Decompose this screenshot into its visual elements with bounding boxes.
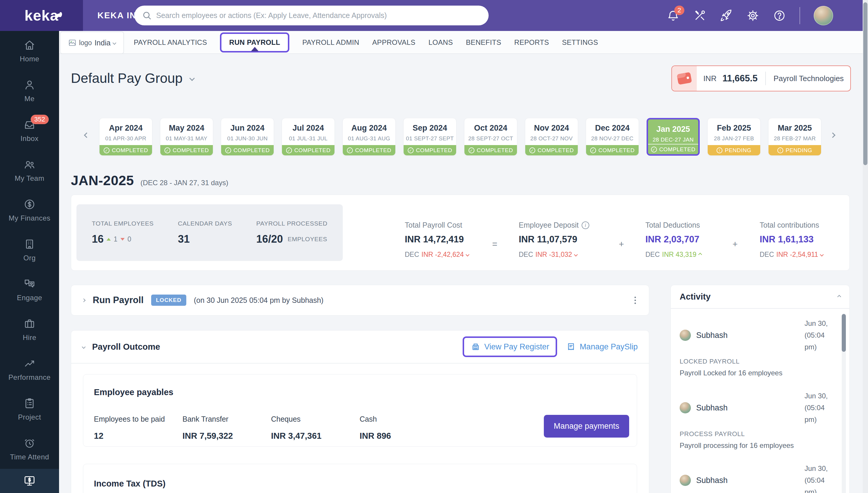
tab-loans[interactable]: LOANS — [428, 38, 453, 47]
status-badge: ✓COMPLETED — [160, 145, 213, 155]
kebab-menu-icon[interactable] — [633, 295, 638, 306]
manage-payslip-button[interactable]: Manage PaySlip — [566, 342, 638, 352]
tab-settings[interactable]: SETTINGS — [562, 38, 598, 47]
sidebar-item-home[interactable]: Home — [0, 31, 59, 71]
time-attend-icon — [23, 437, 36, 449]
wallet-icon — [677, 72, 692, 85]
tab-run-payroll[interactable]: RUN PAYROLL — [220, 33, 289, 52]
month-card-mar-2025[interactable]: Mar 202528 FEB-27 MAR !PENDING — [768, 118, 821, 156]
page-scrollbar[interactable] — [863, 0, 868, 493]
global-search[interactable] — [134, 6, 489, 25]
check-circle-icon: ✓ — [590, 147, 596, 153]
sidebar-item-me[interactable]: Me — [0, 71, 59, 111]
month-card-jun-2024[interactable]: Jun 202401 JUN-30 JUN ✓COMPLETED — [221, 118, 274, 156]
sidebar-item-my-finances[interactable]: My Finances — [0, 190, 59, 230]
month-card-sep-2024[interactable]: Sep 202401 SEPT-27 SEPT ✓COMPLETED — [403, 118, 457, 156]
chevron-down-icon — [466, 253, 469, 257]
payroll-outcome-header[interactable]: Payroll Outcome View Pay Register Manage… — [71, 330, 649, 364]
user-avatar[interactable] — [814, 6, 833, 25]
tab-payroll-admin[interactable]: PAYROLL ADMIN — [302, 38, 359, 47]
carousel-prev-button[interactable] — [84, 132, 89, 138]
sidebar-item-time-attend[interactable]: Time Attend — [0, 429, 59, 469]
settings-button[interactable] — [746, 9, 759, 22]
dec-comparison[interactable]: DEC INR -2,42,624 — [405, 251, 469, 259]
notifications-button[interactable]: 2 — [667, 9, 680, 22]
rocket-icon — [720, 9, 733, 22]
month-card-jul-2024[interactable]: Jul 202401 JUL-31 JUL ✓COMPLETED — [282, 118, 335, 156]
tab-payroll-analytics[interactable]: PAYROLL ANALYTICS — [134, 38, 207, 47]
run-payroll-section[interactable]: Run Payroll LOCKED (on 30 Jun 2025 05:04… — [71, 285, 649, 316]
activity-timestamp: Jun 30, (05:04 pm) — [805, 463, 836, 493]
check-circle-icon: ✓ — [164, 147, 170, 153]
alert-circle-icon: ! — [716, 147, 723, 153]
check-circle-icon: ✓ — [347, 147, 353, 153]
manage-payments-button[interactable]: Manage payments — [544, 415, 629, 437]
chevron-down-icon — [113, 41, 116, 45]
month-card-dec-2024[interactable]: Dec 202428 NOV-27 DEC ✓COMPLETED — [586, 118, 639, 156]
wallet-amount: 11,665.5 — [723, 73, 758, 84]
status-badge: ✓COMPLETED — [343, 145, 395, 155]
view-pay-register-button[interactable]: View Pay Register — [471, 342, 549, 352]
sidebar-item-inbox[interactable]: Inbox 352 — [0, 111, 59, 150]
help-icon — [773, 9, 786, 22]
sidebar-item-project[interactable]: Project — [0, 389, 59, 429]
activity-entry: Subhash Jun 30, (05:04 pm) PROCESS PAYRO… — [680, 390, 836, 450]
page-title: Default Pay Group — [71, 70, 182, 86]
wallet-balance-card[interactable]: INR 11,665.5 Payroll Technologies — [671, 65, 851, 91]
sidebar-item-hire[interactable]: Hire — [0, 309, 59, 349]
tab-approvals[interactable]: APPROVALS — [372, 38, 416, 47]
activity-timestamp: Jun 30, (05:04 pm) — [805, 318, 836, 353]
month-card-apr-2024[interactable]: Apr 202401 APR-30 APR ✓COMPLETED — [99, 118, 152, 156]
sidebar-item-org[interactable]: Org — [0, 230, 59, 270]
info-icon[interactable]: i — [582, 221, 589, 229]
chevron-down-icon — [82, 345, 86, 349]
carousel-next-button[interactable] — [830, 132, 835, 138]
tab-benefits[interactable]: BENEFITS — [466, 38, 501, 47]
payroll-summary-card: TOTAL EMPLOYEES 16 1 0 CALENDAR DAYS 31 … — [71, 195, 850, 271]
total-deductions-value: INR 2,03,707 — [645, 234, 702, 245]
sidebar-item-payroll[interactable] — [0, 469, 59, 493]
month-card-nov-2024[interactable]: Nov 202428 OCT-27 NOV ✓COMPLETED — [525, 118, 578, 156]
user-icon — [23, 79, 36, 91]
search-input[interactable] — [156, 11, 481, 20]
activity-scrollbar[interactable] — [842, 314, 846, 493]
chevron-down-icon — [574, 253, 578, 257]
caret-up-icon — [106, 238, 111, 241]
launch-button[interactable] — [720, 9, 733, 22]
dec-comparison[interactable]: DEC INR -31,032 — [519, 251, 589, 259]
month-card-oct-2024[interactable]: Oct 202428 SEPT-27 OCT ✓COMPLETED — [464, 118, 517, 156]
dec-comparison[interactable]: DEC INR -2,54,911 — [760, 251, 823, 259]
stat-total-payroll-cost: Total Payroll Cost INR 14,72,419 DEC INR… — [405, 221, 469, 259]
month-card-aug-2024[interactable]: Aug 202401 AUG-31 AUG ✓COMPLETED — [342, 118, 396, 156]
keka-logo[interactable]: keka — [0, 0, 83, 31]
performance-icon — [23, 357, 36, 370]
wallet-currency: INR — [703, 74, 716, 83]
exited-count: 0 — [127, 235, 132, 243]
month-card-feb-2025[interactable]: Feb 202528 JAN-27 FEB !PENDING — [707, 118, 761, 156]
activity-header[interactable]: Activity — [671, 285, 849, 309]
chevron-up-icon — [837, 295, 841, 299]
calendar-days-value: 31 — [178, 233, 189, 245]
pay-group-selector[interactable]: Default Pay Group — [71, 70, 194, 86]
sidebar-item-my-team[interactable]: My Team — [0, 150, 59, 190]
tools-button[interactable] — [693, 9, 706, 22]
page-scrollbar-thumb[interactable] — [863, 2, 867, 165]
tab-reports[interactable]: REPORTS — [514, 38, 549, 47]
team-icon — [23, 158, 36, 171]
month-card-jan-2025-selected[interactable]: Jan 202528 DEC-27 JAN ✓COMPLETED — [647, 118, 700, 156]
run-payroll-title: Run Payroll — [93, 295, 143, 305]
dec-comparison[interactable]: DEC INR 43,319 — [645, 251, 702, 259]
legal-entity-selector[interactable]: logo India — [60, 31, 124, 54]
locked-badge: LOCKED — [151, 295, 186, 306]
sidebar: Home Me Inbox 352 My Team My Finances Or… — [0, 31, 59, 493]
sidebar-item-performance[interactable]: Performance — [0, 349, 59, 389]
status-badge: !PENDING — [768, 145, 821, 155]
wallet-entity: Payroll Technologies — [773, 74, 844, 83]
equals-operator: = — [492, 239, 498, 249]
activity-scrollbar-thumb[interactable] — [842, 314, 846, 352]
month-card-may-2024[interactable]: May 202401 MAY-31 MAY ✓COMPLETED — [160, 118, 213, 156]
avatar — [680, 475, 691, 486]
help-button[interactable] — [773, 9, 786, 22]
plus-operator: + — [619, 239, 624, 249]
sidebar-item-engage[interactable]: Engage — [0, 270, 59, 309]
